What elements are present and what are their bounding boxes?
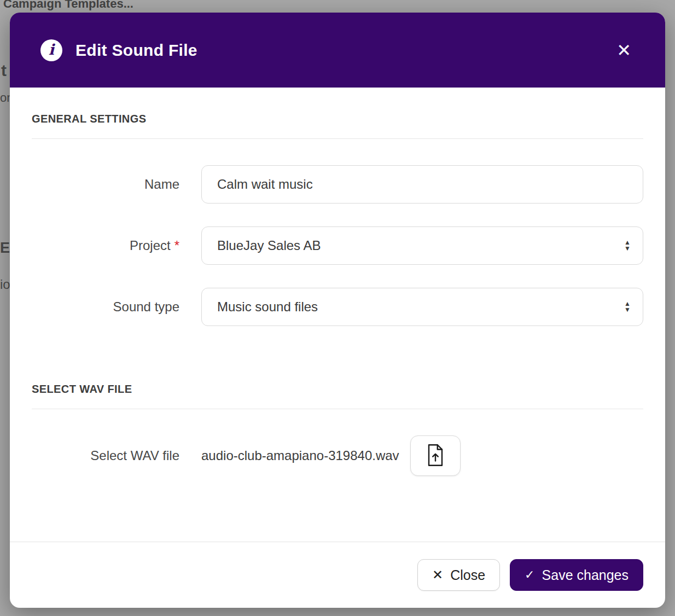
- check-icon: ✓: [525, 569, 534, 581]
- project-select[interactable]: BlueJay Sales AB ▲ ▼: [201, 226, 643, 265]
- name-row: Name: [32, 165, 643, 204]
- general-settings-form: Name Project * BlueJay Sales AB ▲ ▼: [32, 165, 643, 326]
- edit-sound-file-modal: i Edit Sound File ✕ GENERAL SETTINGS Nam…: [10, 13, 665, 608]
- wav-file-form: Select WAV file audio-club-amapiano-3198…: [32, 435, 643, 476]
- select-wav-file-heading: SELECT WAV FILE: [32, 383, 643, 409]
- close-icon[interactable]: ✕: [613, 41, 635, 60]
- project-row: Project * BlueJay Sales AB ▲ ▼: [32, 226, 643, 265]
- wav-file-row: Select WAV file audio-club-amapiano-3198…: [32, 435, 643, 476]
- name-label: Name: [32, 177, 179, 192]
- modal-header: i Edit Sound File ✕: [10, 13, 665, 88]
- project-select-value: BlueJay Sales AB: [217, 238, 321, 253]
- info-icon-glyph: i: [49, 42, 54, 57]
- close-x-icon: ✕: [432, 568, 443, 582]
- arrow-down-icon: ▼: [624, 246, 631, 252]
- wav-file-label: Select WAV file: [32, 448, 179, 463]
- general-settings-heading: GENERAL SETTINGS: [32, 113, 643, 139]
- modal-footer: ✕ Close ✓ Save changes: [10, 542, 665, 608]
- arrow-down-icon: ▼: [624, 307, 631, 313]
- close-button[interactable]: ✕ Close: [417, 559, 500, 591]
- sound-type-select-value: Music sound files: [217, 299, 318, 315]
- sound-type-label: Sound type: [32, 299, 179, 315]
- project-label-text: Project: [130, 238, 171, 253]
- background-text-fragment: io: [0, 277, 10, 292]
- select-arrows-icon: ▲ ▼: [624, 240, 631, 252]
- modal-body: GENERAL SETTINGS Name Project * BlueJay …: [10, 88, 665, 542]
- modal-title: Edit Sound File: [75, 41, 197, 60]
- background-text-fragment: t: [1, 61, 7, 80]
- save-changes-button[interactable]: ✓ Save changes: [510, 559, 643, 591]
- required-asterisk: *: [174, 238, 179, 253]
- upload-file-button[interactable]: [410, 435, 461, 476]
- close-button-label: Close: [450, 567, 485, 583]
- file-upload-icon: [426, 444, 445, 468]
- sound-type-row: Sound type Music sound files ▲ ▼: [32, 288, 643, 326]
- sound-type-select[interactable]: Music sound files ▲ ▼: [201, 288, 643, 326]
- background-page-title: Campaign Templates...: [3, 0, 133, 11]
- project-label: Project *: [32, 238, 179, 253]
- wav-file-control: audio-club-amapiano-319840.wav: [201, 435, 643, 476]
- name-input[interactable]: [201, 165, 643, 204]
- wav-filename: audio-club-amapiano-319840.wav: [201, 448, 399, 463]
- select-arrows-icon: ▲ ▼: [624, 301, 631, 313]
- save-button-label: Save changes: [542, 567, 629, 583]
- info-icon: i: [40, 39, 62, 61]
